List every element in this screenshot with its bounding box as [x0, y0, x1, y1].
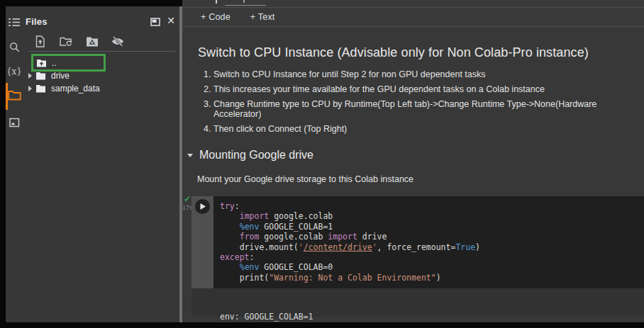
left-icon-rail: {x}	[6, 6, 23, 322]
code-cell[interactable]: try: import google.colab %env GOOGLE_COL…	[191, 196, 644, 288]
mount-drive-button[interactable]	[85, 34, 99, 48]
cut-off-menu-fragment	[182, 0, 644, 7]
section-title: Mounting Google drive	[199, 149, 313, 162]
folder-up-icon	[36, 59, 47, 67]
markdown-list-item: Then click on Connect (Top Right)	[213, 124, 644, 134]
close-icon: ✕	[167, 15, 175, 26]
notebook-area: + Code + Text Switch to CPU Instance (Ad…	[182, 0, 644, 322]
sidebar-item-table-of-contents[interactable]	[6, 13, 23, 30]
folder-icon	[35, 72, 46, 80]
sidebar-item-find-replace[interactable]	[6, 38, 23, 55]
play-icon	[199, 203, 206, 210]
files-toolbar-divider	[28, 51, 175, 52]
folder-icon	[8, 89, 21, 101]
variables-icon: {x}	[6, 67, 22, 77]
files-panel-title: Files	[26, 16, 48, 27]
code-line: print("Warning: Not a Colab Environment"…	[220, 273, 480, 283]
upload-file-icon	[35, 35, 45, 47]
expand-arrow-icon[interactable]	[28, 73, 32, 79]
code-line: import google.colab	[220, 211, 480, 221]
tree-item-label: sample_data	[51, 84, 100, 94]
run-cell-button[interactable]	[195, 199, 210, 214]
tree-item-sample-data[interactable]: sample_data	[23, 83, 172, 94]
cell-insert-toolbar: + Code + Text	[182, 7, 644, 27]
code-line: from google.colab import drive	[220, 232, 480, 242]
tree-item-parent-directory[interactable]: ..	[23, 57, 172, 69]
open-in-new-window-button[interactable]	[149, 16, 162, 27]
markdown-heading: Switch to CPU Instance (Advisable only f…	[198, 45, 589, 60]
sidebar-item-files[interactable]	[6, 86, 23, 103]
markdown-list-item: Switch to CPU Instance for until Step 2 …	[213, 69, 644, 79]
sidebar-item-variables[interactable]: {x}	[6, 63, 23, 80]
execution-success-icon: ✓	[184, 194, 191, 204]
folder-icon	[35, 84, 46, 93]
search-icon	[9, 42, 20, 52]
upload-file-button[interactable]	[33, 34, 47, 48]
open-in-new-window-icon	[150, 17, 160, 26]
section-subtitle: Mount your Google drive storage to this …	[197, 174, 413, 184]
add-code-button[interactable]: + Code	[196, 9, 235, 25]
code-cell-gutter	[191, 196, 213, 288]
markdown-list: Switch to CPU Instance for until Step 2 …	[198, 69, 644, 139]
code-line: try:	[220, 201, 480, 211]
screen-edge-left	[0, 0, 6, 328]
code-line: %env GOOGLE_COLAB=0	[220, 262, 480, 272]
screen-edge-top	[0, 0, 182, 6]
add-text-button[interactable]: + Text	[246, 9, 279, 25]
tree-item-drive[interactable]: drive	[23, 70, 172, 81]
code-lines[interactable]: try: import google.colab %env GOOGLE_COL…	[213, 196, 480, 288]
output-line: env: GOOGLE_COLAB=1	[220, 312, 644, 322]
refresh-folder-icon	[60, 36, 72, 47]
tree-item-label: ..	[52, 58, 57, 68]
close-files-panel-button[interactable]: ✕	[165, 13, 177, 28]
code-line: %env GOOGLE_COLAB=1	[220, 222, 480, 232]
toggle-hidden-files-button[interactable]	[111, 34, 125, 48]
code-line: drive.mount('/content/drive', force_remo…	[220, 242, 480, 252]
expand-arrow-icon[interactable]	[28, 86, 32, 91]
files-panel: Files ✕	[23, 6, 179, 322]
code-cell-output: env: GOOGLE_COLAB=1 Mounted at /content/…	[191, 288, 644, 317]
refresh-folder-button[interactable]	[59, 34, 73, 48]
mount-drive-icon	[86, 36, 99, 47]
eye-off-icon	[111, 36, 124, 47]
section-header-mounting-google-drive[interactable]: Mounting Google drive	[187, 149, 313, 162]
markdown-list-item: This increases your time available for t…	[213, 84, 644, 94]
terminal-icon	[9, 118, 20, 128]
tree-item-label: drive	[51, 71, 70, 81]
table-of-contents-icon	[9, 18, 20, 27]
markdown-list-item: Change Runtime type to CPU by Runtime(To…	[213, 99, 644, 119]
sidebar-item-terminal[interactable]	[6, 114, 23, 131]
code-line: except:	[220, 252, 480, 262]
collapse-arrow-icon[interactable]	[187, 154, 193, 157]
